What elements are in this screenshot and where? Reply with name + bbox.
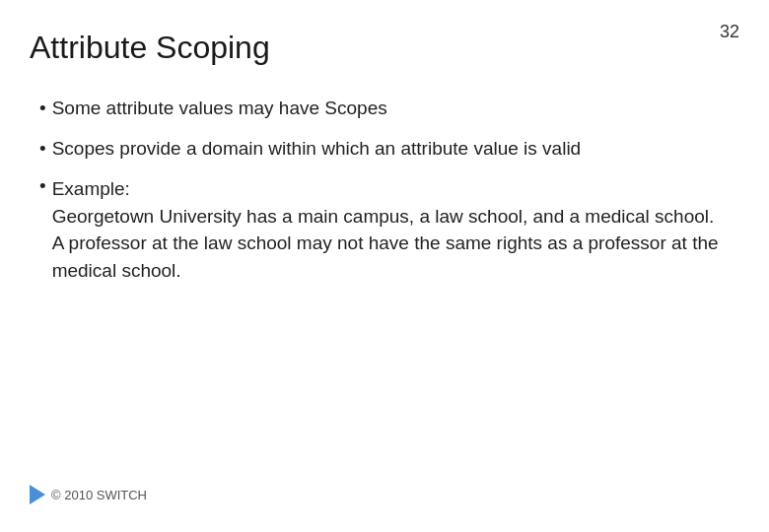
bullet-dot: • xyxy=(39,96,46,122)
slide: 32 Attribute Scoping • Some attribute va… xyxy=(0,0,769,532)
chevron-right-icon xyxy=(30,485,45,504)
bullet-dot: • xyxy=(39,175,46,197)
list-item: • Scopes provide a domain within which a… xyxy=(39,136,730,163)
content-area: • Some attribute values may have Scopes … xyxy=(30,96,730,284)
example-block: • Example: Georgetown University has a m… xyxy=(39,175,730,284)
bullet-text: Scopes provide a domain within which an … xyxy=(52,136,730,163)
bullet-text: Some attribute values may have Scopes xyxy=(52,96,730,122)
bullet-dot: • xyxy=(39,136,46,163)
example-title: Example: xyxy=(52,178,130,199)
footer-text: © 2010 SWITCH xyxy=(51,488,147,502)
example-content: Example: Georgetown University has a mai… xyxy=(52,175,730,284)
footer: © 2010 SWITCH xyxy=(30,485,147,504)
list-item: • Some attribute values may have Scopes xyxy=(39,96,730,122)
page-number: 32 xyxy=(720,22,739,42)
example-body: Georgetown University has a main campus,… xyxy=(52,206,719,281)
slide-title: Attribute Scoping xyxy=(30,30,730,66)
